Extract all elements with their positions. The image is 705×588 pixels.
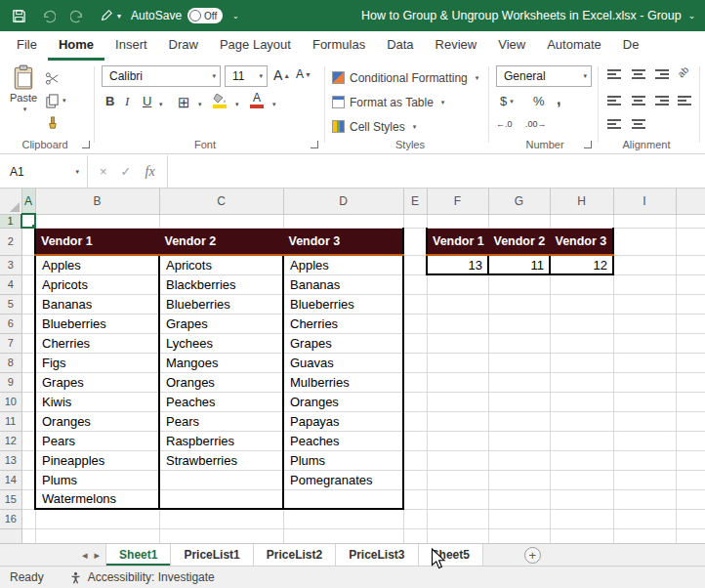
font-size-select[interactable]: 11 ▾ bbox=[225, 65, 268, 87]
increase-indent-icon[interactable] bbox=[607, 117, 622, 130]
cell[interactable] bbox=[488, 509, 550, 528]
cell[interactable] bbox=[550, 314, 613, 333]
cell[interactable] bbox=[613, 274, 676, 294]
cell[interactable] bbox=[676, 228, 705, 255]
cell[interactable] bbox=[550, 372, 613, 392]
cell[interactable] bbox=[488, 333, 550, 353]
cell-C12[interactable]: Raspberries bbox=[159, 431, 283, 450]
tab-file[interactable]: File bbox=[6, 31, 48, 61]
cell[interactable] bbox=[550, 509, 613, 528]
tab-developer[interactable]: De bbox=[612, 31, 650, 61]
cell[interactable] bbox=[35, 528, 159, 543]
cell[interactable] bbox=[21, 489, 35, 509]
name-box[interactable]: A1 ▾ bbox=[0, 155, 88, 188]
autosave-toggle[interactable]: Off bbox=[187, 8, 223, 23]
tab-draw[interactable]: Draw bbox=[158, 31, 209, 61]
cell[interactable] bbox=[21, 314, 35, 333]
cell-B8[interactable]: Figs bbox=[35, 353, 159, 372]
cell[interactable] bbox=[613, 228, 676, 255]
cell-A1[interactable] bbox=[21, 214, 35, 228]
cell[interactable] bbox=[21, 431, 35, 450]
cell[interactable] bbox=[488, 431, 550, 450]
column-header-partial[interactable] bbox=[676, 189, 705, 214]
cell[interactable] bbox=[676, 450, 705, 470]
cell-B6[interactable]: Blueberries bbox=[35, 314, 159, 333]
sheet-tab-pricelist3[interactable]: PriceList3 bbox=[336, 544, 418, 566]
accessibility-status[interactable]: Accessibility: Investigate bbox=[69, 570, 215, 584]
cell-F2[interactable]: Vendor 1 bbox=[427, 228, 488, 255]
tab-page-layout[interactable]: Page Layout bbox=[209, 31, 302, 61]
top-align-icon[interactable] bbox=[607, 67, 622, 80]
font-name-select[interactable]: Calibri ▾ bbox=[102, 65, 221, 87]
chevron-down-icon[interactable]: ▾ bbox=[198, 101, 202, 108]
chevron-down-icon[interactable]: ▾ bbox=[235, 101, 239, 108]
cell[interactable] bbox=[403, 411, 427, 431]
cell-D3[interactable]: Apples bbox=[283, 255, 403, 274]
quick-access-chevron-icon[interactable]: ⌄ bbox=[232, 12, 239, 21]
cell-C5[interactable]: Blueberries bbox=[159, 294, 283, 314]
cell[interactable] bbox=[427, 509, 488, 528]
cell[interactable] bbox=[427, 294, 488, 314]
tab-review[interactable]: Review bbox=[425, 31, 488, 61]
document-title[interactable]: How to Group & Ungroup Worksheets in Exc… bbox=[361, 0, 695, 31]
cell[interactable] bbox=[676, 274, 705, 294]
cell[interactable] bbox=[21, 333, 35, 353]
cell-B15[interactable]: Watermelons bbox=[35, 489, 159, 509]
cell[interactable] bbox=[21, 353, 35, 372]
cell[interactable] bbox=[21, 528, 35, 543]
cell[interactable] bbox=[488, 214, 550, 228]
decrease-indent-icon[interactable] bbox=[678, 94, 692, 106]
cell[interactable] bbox=[427, 353, 488, 372]
row-header-9[interactable]: 9 bbox=[0, 372, 21, 392]
cell[interactable] bbox=[488, 470, 550, 489]
cell-D8[interactable]: Guavas bbox=[283, 353, 403, 372]
cell[interactable] bbox=[613, 470, 676, 489]
cell[interactable] bbox=[159, 214, 283, 228]
cell[interactable] bbox=[613, 333, 676, 353]
cell-B2[interactable]: Vendor 1 bbox=[35, 228, 159, 255]
cell[interactable] bbox=[35, 214, 159, 228]
tab-automate[interactable]: Automate bbox=[536, 31, 612, 61]
cell[interactable] bbox=[21, 470, 35, 489]
cell-D4[interactable]: Bananas bbox=[283, 274, 403, 294]
cell[interactable] bbox=[403, 450, 427, 470]
row-header-11[interactable]: 11 bbox=[0, 411, 21, 431]
cell[interactable] bbox=[427, 392, 488, 411]
cell[interactable] bbox=[676, 411, 705, 431]
number-format-select[interactable]: General ▾ bbox=[496, 65, 592, 87]
cell[interactable] bbox=[550, 470, 613, 489]
column-header-A[interactable]: A bbox=[21, 189, 35, 214]
tab-view[interactable]: View bbox=[487, 31, 536, 61]
cell[interactable] bbox=[676, 214, 705, 228]
cell[interactable] bbox=[427, 314, 488, 333]
cell[interactable] bbox=[676, 470, 705, 489]
decrease-font-size-button[interactable]: A▼ bbox=[296, 67, 311, 81]
cell[interactable] bbox=[613, 392, 676, 411]
row-header-7[interactable]: 7 bbox=[0, 333, 21, 353]
conditional-formatting-button[interactable]: Conditional Formatting ▾ bbox=[332, 67, 478, 88]
clipboard-dialog-launcher-icon[interactable] bbox=[82, 141, 90, 148]
row-header-14[interactable]: 14 bbox=[0, 470, 21, 489]
cell[interactable] bbox=[676, 528, 705, 543]
cell[interactable] bbox=[403, 528, 427, 543]
cell[interactable] bbox=[403, 255, 427, 274]
save-button[interactable] bbox=[4, 0, 33, 31]
row-header-2[interactable]: 2 bbox=[0, 228, 21, 255]
cell-C9[interactable]: Oranges bbox=[159, 372, 283, 392]
column-header-I[interactable]: I bbox=[613, 189, 676, 214]
row-header-4[interactable]: 4 bbox=[0, 274, 21, 294]
cell[interactable] bbox=[613, 314, 676, 333]
cell-D7[interactable]: Grapes bbox=[283, 333, 403, 353]
cell[interactable] bbox=[403, 353, 427, 372]
add-sheet-button[interactable]: + bbox=[524, 547, 541, 564]
cell[interactable] bbox=[613, 255, 676, 274]
align-left-icon[interactable] bbox=[607, 94, 622, 106]
cell[interactable] bbox=[427, 333, 488, 353]
cell[interactable] bbox=[35, 509, 159, 528]
row-header-3[interactable]: 3 bbox=[0, 255, 21, 274]
cell[interactable] bbox=[21, 450, 35, 470]
cell[interactable] bbox=[550, 392, 613, 411]
row-header-16[interactable]: 16 bbox=[0, 509, 21, 528]
cell-C13[interactable]: Strawberries bbox=[159, 450, 283, 470]
cell[interactable] bbox=[21, 509, 35, 528]
